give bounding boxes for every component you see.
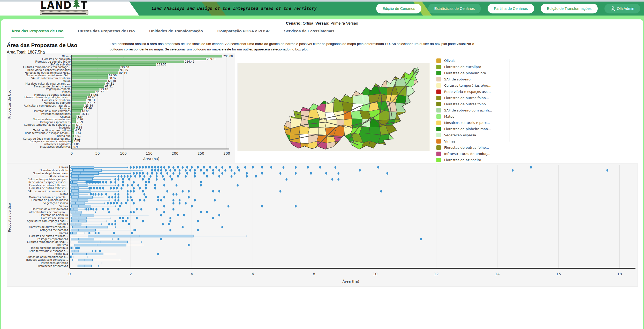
outlier-point[interactable] <box>148 181 150 184</box>
outlier-point[interactable] <box>206 169 208 172</box>
legend-item-12[interactable]: Florestas de pinheiro man... <box>436 126 510 132</box>
bar-30[interactable] <box>72 135 74 137</box>
outlier-point[interactable] <box>117 193 119 196</box>
outlier-point[interactable] <box>110 202 112 205</box>
outlier-point[interactable] <box>117 178 119 181</box>
outlier-point[interactable] <box>214 199 216 201</box>
box-row-12[interactable] <box>70 199 216 201</box>
box-plot-chart[interactable]: OlivaisFlorestas de eucaliptoFlorestas d… <box>7 164 637 286</box>
bar-5[interactable] <box>72 66 120 68</box>
tab-5[interactable]: Serviços de Ecossistemas <box>284 29 335 38</box>
outlier-point[interactable] <box>197 220 199 222</box>
outlier-point[interactable] <box>136 172 138 175</box>
outlier-point[interactable] <box>145 166 147 169</box>
outlier-point[interactable] <box>172 202 175 205</box>
outlier-point[interactable] <box>142 166 144 169</box>
header-button-5[interactable]: Olá Admin <box>604 4 640 13</box>
outlier-point[interactable] <box>218 190 220 192</box>
bar-11[interactable] <box>72 83 105 85</box>
outlier-point[interactable] <box>130 175 132 178</box>
tab-4[interactable]: Comparação POSA e POSP <box>217 29 270 38</box>
outlier-point[interactable] <box>115 181 117 184</box>
outlier-point[interactable] <box>130 190 132 192</box>
outlier-point[interactable] <box>92 193 94 196</box>
legend-item-9[interactable]: SAF de sobreiro com azinh... <box>436 107 510 113</box>
legend-item-2[interactable]: Florestas de eucalipto <box>436 64 510 70</box>
outlier-point[interactable] <box>115 193 117 196</box>
outlier-point[interactable] <box>148 178 150 181</box>
outlier-point[interactable] <box>233 172 236 175</box>
outlier-point[interactable] <box>131 184 133 186</box>
outlier-point[interactable] <box>88 232 90 234</box>
outlier-point[interactable] <box>203 172 205 175</box>
outlier-point[interactable] <box>101 193 103 196</box>
outlier-point[interactable] <box>191 166 193 169</box>
outlier-point[interactable] <box>246 172 248 175</box>
outlier-point[interactable] <box>142 178 144 181</box>
outlier-point[interactable] <box>165 169 167 172</box>
outlier-point[interactable] <box>177 175 179 178</box>
outlier-point[interactable] <box>127 217 129 219</box>
outlier-point[interactable] <box>237 184 239 186</box>
bar-7[interactable] <box>72 72 118 74</box>
outlier-point[interactable] <box>283 166 285 169</box>
outlier-point[interactable] <box>221 166 223 169</box>
outlier-point[interactable] <box>607 169 609 172</box>
legend-item-11[interactable]: Mosaicos culturais e parc... <box>436 119 510 126</box>
outlier-point[interactable] <box>139 166 141 169</box>
outlier-point[interactable] <box>530 166 532 169</box>
bar-24[interactable] <box>72 118 76 121</box>
header-button-1[interactable]: Edição de Cenários <box>376 4 421 13</box>
outlier-point[interactable] <box>156 175 158 178</box>
outlier-point[interactable] <box>168 166 170 169</box>
outlier-point[interactable] <box>120 202 123 205</box>
outlier-point[interactable] <box>176 184 178 186</box>
outlier-point[interactable] <box>128 178 130 181</box>
bar-29[interactable] <box>72 132 74 134</box>
outlier-point[interactable] <box>151 169 153 172</box>
outlier-point[interactable] <box>97 193 100 196</box>
bar-20[interactable] <box>72 107 83 109</box>
legend-item-5[interactable]: Culturas temporárias e/ou... <box>436 82 510 88</box>
outlier-point[interactable] <box>169 217 171 219</box>
outlier-point[interactable] <box>200 181 202 184</box>
legend-item-13[interactable]: Vegetação esparsa <box>436 132 510 138</box>
bar-18[interactable] <box>72 102 86 104</box>
outlier-point[interactable] <box>270 166 272 169</box>
outlier-point[interactable] <box>154 169 156 172</box>
outlier-point[interactable] <box>174 169 176 172</box>
outlier-point[interactable] <box>160 166 162 169</box>
bar-28[interactable] <box>72 129 74 131</box>
outlier-point[interactable] <box>96 187 98 190</box>
outlier-point[interactable] <box>127 199 129 201</box>
outlier-point[interactable] <box>189 169 191 172</box>
outlier-point[interactable] <box>172 193 175 196</box>
outlier-point[interactable] <box>108 211 110 213</box>
outlier-point[interactable] <box>295 172 297 175</box>
outlier-point[interactable] <box>105 181 107 184</box>
outlier-point[interactable] <box>133 202 135 205</box>
outlier-point[interactable] <box>142 220 144 222</box>
outlier-point[interactable] <box>102 181 104 184</box>
outlier-point[interactable] <box>203 166 205 169</box>
outlier-point[interactable] <box>95 232 97 234</box>
outlier-point[interactable] <box>145 196 147 199</box>
outlier-point[interactable] <box>179 169 181 172</box>
outlier-point[interactable] <box>188 190 190 192</box>
outlier-point[interactable] <box>133 166 135 169</box>
outlier-point[interactable] <box>122 184 124 186</box>
outlier-point[interactable] <box>107 208 109 211</box>
outlier-point[interactable] <box>107 202 109 205</box>
outlier-point[interactable] <box>87 208 89 211</box>
outlier-point[interactable] <box>117 184 119 186</box>
outlier-point[interactable] <box>182 166 184 169</box>
bar-chart[interactable]: Olivais290.88Florestas de eucalipto259.1… <box>7 54 234 162</box>
tab-1[interactable]: Área das Propostas de Uso <box>11 29 64 38</box>
box-row-20[interactable] <box>70 223 170 225</box>
bar-21[interactable] <box>72 110 81 112</box>
outlier-point[interactable] <box>168 223 170 225</box>
outlier-point[interactable] <box>183 214 185 216</box>
outlier-point[interactable] <box>115 199 117 201</box>
box-row-1[interactable] <box>70 166 532 169</box>
legend-item-1[interactable]: Olivais <box>436 57 510 64</box>
